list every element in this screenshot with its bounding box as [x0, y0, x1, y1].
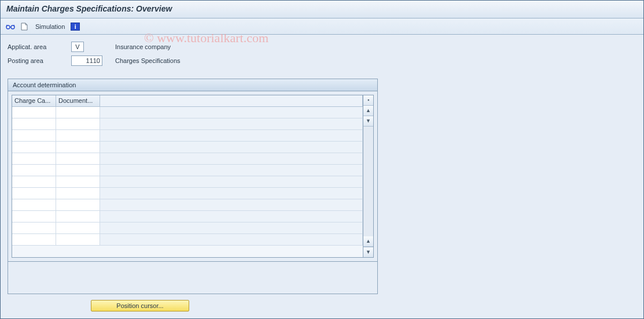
cell[interactable]	[56, 199, 100, 210]
chevron-down-icon: ▼	[366, 118, 371, 124]
header-fields: Applicat. area Insurance company Posting…	[1, 35, 643, 71]
table-row[interactable]	[12, 234, 363, 246]
chevron-down-icon: ▼	[366, 250, 371, 255]
toolbar: Simulation i	[1, 18, 643, 35]
cell-filler	[100, 222, 363, 233]
cell[interactable]	[12, 222, 56, 233]
grid-rows	[12, 107, 363, 257]
applicat-area-label: Applicat. area	[8, 43, 71, 50]
table-row[interactable]	[12, 188, 363, 199]
scroll-up-bottom-button[interactable]: ▲	[363, 236, 373, 247]
cell-filler	[100, 234, 363, 245]
vertical-scrollbar[interactable]: ▪ ▲ ▼ ▲ ▼	[363, 95, 374, 258]
chevron-up-icon: ▲	[366, 239, 371, 244]
panel-body: Charge Ca... Document... ▪ ▲ ▼ ▲ ▼	[8, 91, 378, 262]
table-row[interactable]	[12, 130, 363, 142]
panel-title: Account determination	[8, 79, 378, 91]
table-row[interactable]	[12, 118, 363, 130]
cell[interactable]	[56, 234, 100, 245]
cell[interactable]	[12, 142, 56, 153]
applicat-area-desc: Insurance company	[115, 43, 171, 50]
table-row[interactable]	[12, 165, 363, 176]
cell[interactable]	[56, 153, 100, 164]
grid: Charge Ca... Document...	[12, 95, 363, 258]
cell[interactable]	[56, 165, 100, 176]
applicat-area-input[interactable]	[71, 42, 84, 52]
cell-filler	[100, 130, 363, 141]
cell[interactable]	[12, 118, 56, 129]
scroll-down-bottom-button[interactable]: ▼	[363, 247, 373, 257]
cell-filler	[100, 199, 363, 210]
cell[interactable]	[12, 165, 56, 176]
cell[interactable]	[56, 176, 100, 187]
posting-area-label: Posting area	[8, 57, 71, 64]
cell[interactable]	[56, 188, 100, 199]
scroll-top-button[interactable]: ▪	[363, 95, 373, 106]
cell-filler	[100, 211, 363, 222]
table-row[interactable]	[12, 222, 363, 234]
table-row[interactable]	[12, 211, 363, 222]
cell[interactable]	[56, 211, 100, 222]
scroll-track[interactable]	[363, 127, 373, 236]
chevron-up-icon: ▲	[366, 108, 371, 113]
field-row-posting-area: Posting area Charges Specifications	[8, 54, 636, 67]
cell[interactable]	[56, 118, 100, 129]
account-determination-panel: Account determination Charge Ca... Docum…	[8, 79, 378, 294]
cell-filler	[100, 107, 363, 118]
title-bar: Maintain Charges Specifications: Overvie…	[1, 1, 643, 18]
scroll-up-button[interactable]: ▲	[363, 106, 373, 116]
cell-filler	[100, 153, 363, 164]
cell-filler	[100, 142, 363, 153]
simulation-button[interactable]: Simulation	[33, 23, 67, 30]
cell[interactable]	[12, 234, 56, 245]
info-icon[interactable]: i	[71, 23, 80, 31]
cell[interactable]	[12, 130, 56, 141]
panel-footer-gap	[8, 262, 378, 294]
square-icon: ▪	[367, 98, 369, 103]
table-row[interactable]	[12, 199, 363, 211]
cell-filler	[100, 176, 363, 187]
cell[interactable]	[12, 188, 56, 199]
position-cursor-button[interactable]: Position cursor...	[91, 300, 189, 311]
cell[interactable]	[12, 153, 56, 164]
cell[interactable]	[56, 107, 100, 118]
cell[interactable]	[56, 142, 100, 153]
cell-filler	[100, 118, 363, 129]
table-row[interactable]	[12, 107, 363, 118]
col-charge-category[interactable]: Charge Ca...	[12, 95, 56, 106]
col-document[interactable]: Document...	[56, 95, 100, 106]
grid-header-filler	[100, 95, 363, 106]
grid-header: Charge Ca... Document...	[12, 95, 363, 107]
cell[interactable]	[12, 199, 56, 210]
scroll-down-button[interactable]: ▼	[363, 116, 373, 127]
cell[interactable]	[56, 222, 100, 233]
table-row[interactable]	[12, 153, 363, 165]
cell-filler	[100, 165, 363, 176]
table-row[interactable]	[12, 176, 363, 188]
cell[interactable]	[12, 211, 56, 222]
field-row-applicat-area: Applicat. area Insurance company	[8, 40, 636, 53]
page-title: Maintain Charges Specifications: Overvie…	[6, 4, 638, 13]
new-page-icon[interactable]	[19, 21, 30, 32]
cell[interactable]	[12, 107, 56, 118]
posting-area-input[interactable]	[71, 55, 102, 66]
cell-filler	[100, 188, 363, 199]
cell[interactable]	[56, 130, 100, 141]
cell[interactable]	[12, 176, 56, 187]
glasses-icon[interactable]	[5, 21, 16, 32]
posting-area-desc: Charges Specifications	[115, 57, 181, 64]
position-cursor-wrap: Position cursor...	[91, 300, 643, 311]
table-row[interactable]	[12, 142, 363, 153]
